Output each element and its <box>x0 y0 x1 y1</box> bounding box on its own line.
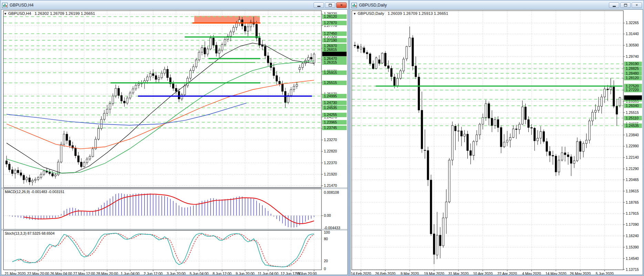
svg-text:MACD(12,26,9) -0.001483 -0.003: MACD(12,26,9) -0.001483 -0.003151 <box>5 190 64 194</box>
candles-layer <box>354 26 621 264</box>
svg-text:3 Jun 20:00: 3 Jun 20:00 <box>167 272 186 275</box>
svg-text:5 Jun 04:00: 5 Jun 04:00 <box>190 272 209 275</box>
svg-text:1.26470: 1.26470 <box>324 57 337 61</box>
svg-text:19 Mar 2020: 19 Mar 2020 <box>424 272 444 275</box>
dropdown-marker-icon[interactable]: ▼ <box>4 12 7 15</box>
svg-text:1.23270: 1.23270 <box>324 138 337 142</box>
svg-text:20: 20 <box>324 259 328 263</box>
chart-icon <box>2 3 8 8</box>
chart-window-h4: GBPUSD,H4 ✕ ▼GBPUSD,H41.26302 1.26709 1.… <box>0 0 349 276</box>
svg-text:1.25915: 1.25915 <box>324 71 337 75</box>
main-pane-frame <box>352 11 623 270</box>
svg-text:1.26651: 1.26651 <box>324 52 337 56</box>
svg-text:1.24730: 1.24730 <box>324 101 337 105</box>
svg-text:1.31440: 1.31440 <box>626 32 639 36</box>
price-axis[interactable]: 1.322651.314401.305901.297401.288901.280… <box>623 21 642 271</box>
close-button[interactable]: ✕ <box>632 2 642 8</box>
h4-chart-canvas[interactable]: 1.282201.277701.273201.268701.264201.259… <box>1 10 347 275</box>
svg-text:15 Jun 20:00: 15 Jun 20:00 <box>296 272 317 275</box>
time-axis[interactable]: 21 May 202022 May 20:0026 May 04:0027 Ma… <box>5 270 317 275</box>
chart-symbol: GBPUSD,H4 <box>8 11 31 15</box>
macd-pane[interactable]: MACD(12,26,9) -0.001483 -0.0031510.00810… <box>3 189 340 230</box>
svg-text:1.30590: 1.30590 <box>626 43 639 47</box>
svg-text:11 Jun 04:00: 11 Jun 04:00 <box>258 272 278 275</box>
svg-text:1.18765: 1.18765 <box>626 201 639 204</box>
svg-text:21 May 2020: 21 May 2020 <box>5 272 26 275</box>
svg-text:1.28825: 1.28825 <box>626 67 639 71</box>
ma-orange <box>7 80 314 149</box>
svg-text:100: 100 <box>324 231 330 234</box>
mt4-workspace: { "app": {"background": "#a9c0d6"}, "col… <box>0 0 644 276</box>
chart-ohlc: 1.26302 1.26709 1.26199 1.26651 <box>34 11 95 15</box>
svg-text:9 Jun 20:00: 9 Jun 20:00 <box>236 272 255 275</box>
ma-blue <box>7 103 246 125</box>
svg-text:31 Mar 2020: 31 Mar 2020 <box>448 272 468 275</box>
daily-chart-canvas[interactable]: 1.322651.314401.305901.297401.288901.280… <box>351 10 643 275</box>
green-level-lines[interactable] <box>352 64 623 126</box>
chart-info-line: ▼GBPUSD,H41.26302 1.26709 1.26199 1.2665… <box>4 11 95 15</box>
svg-text:1.26315: 1.26315 <box>324 61 337 64</box>
svg-text:2 Jun 12:00: 2 Jun 12:00 <box>144 272 162 275</box>
dropdown-marker-icon[interactable]: ▼ <box>353 12 356 15</box>
window-titlebar[interactable]: GBPUSD,Daily ✕ <box>350 1 643 9</box>
maximize-icon <box>329 4 332 7</box>
chart-info-line: ▼GBPUSD,Daily1.26039 1.26709 1.25913 1.2… <box>353 11 448 15</box>
svg-text:27 May 12:00: 27 May 12:00 <box>73 272 95 275</box>
time-axis[interactable]: 14 Feb 202026 Feb 20209 Mar 202019 Mar 2… <box>351 270 614 275</box>
svg-text:22 May 20:00: 22 May 20:00 <box>27 272 49 275</box>
svg-text:80: 80 <box>324 237 328 241</box>
svg-text:1.28120: 1.28120 <box>324 15 337 19</box>
svg-text:8 Jun 12:00: 8 Jun 12:00 <box>213 272 232 275</box>
svg-text:22 Apr 2020: 22 Apr 2020 <box>497 272 517 275</box>
svg-text:26 May 04:00: 26 May 04:00 <box>50 272 72 275</box>
svg-text:9 Mar 2020: 9 Mar 2020 <box>401 272 419 275</box>
svg-text:1.27520: 1.27520 <box>626 84 639 88</box>
chart-icon <box>351 3 357 8</box>
svg-text:1.17915: 1.17915 <box>626 212 639 215</box>
svg-text:1.14540: 1.14540 <box>626 257 639 261</box>
chart-ohlc: 1.26039 1.26709 1.25913 1.26651 <box>388 11 448 15</box>
svg-text:0.00: 0.00 <box>324 214 331 217</box>
candles-layer <box>6 17 315 185</box>
chart-window-daily: GBPUSD,Daily ✕ ▼GBPUSD,Daily1.26039 1.26… <box>349 0 644 276</box>
svg-text:1.22820: 1.22820 <box>324 149 337 153</box>
chart-client-area[interactable]: ▼GBPUSD,Daily1.26039 1.26709 1.25913 1.2… <box>350 9 643 275</box>
svg-text:1.26970: 1.26970 <box>324 44 337 48</box>
svg-text:1.26040: 1.26040 <box>626 104 639 108</box>
maximize-button[interactable] <box>620 2 631 8</box>
svg-text:1.27450: 1.27450 <box>324 32 337 35</box>
chart-client-area[interactable]: ▼GBPUSD,H41.26302 1.26709 1.26199 1.2665… <box>1 9 348 275</box>
svg-text:1 Jun 04:00: 1 Jun 04:00 <box>121 272 140 275</box>
svg-text:4 May 2020: 4 May 2020 <box>522 272 541 275</box>
stoch-pane[interactable]: Stoch(13,3,3) 87.5325 68.650410080200 <box>3 230 330 271</box>
window-titlebar[interactable]: GBPUSD,H4 ✕ <box>1 1 348 9</box>
svg-text:Stoch(13,3,3) 87.5325 68.6504: Stoch(13,3,3) 87.5325 68.6504 <box>5 232 55 235</box>
maximize-button[interactable] <box>325 2 335 8</box>
stoch-main-line <box>12 233 314 267</box>
window-title: GBPUSD,Daily <box>359 3 387 8</box>
close-button[interactable]: ✕ <box>336 2 347 8</box>
svg-text:0.008108: 0.008108 <box>324 191 339 194</box>
chart-symbol: GBPUSD,Daily <box>358 11 384 15</box>
minimize-button[interactable] <box>609 2 619 8</box>
svg-text:1.23965: 1.23965 <box>324 120 337 124</box>
price-axis[interactable]: 1.282201.277701.273201.268701.264201.259… <box>321 12 347 188</box>
main-pane-frame <box>3 11 321 188</box>
svg-text:1.27220: 1.27220 <box>626 88 639 92</box>
minimize-button[interactable] <box>314 2 324 8</box>
svg-text:1.25515: 1.25515 <box>626 111 639 115</box>
svg-text:1.28480: 1.28480 <box>626 72 639 75</box>
svg-text:26 Feb 2020: 26 Feb 2020 <box>375 272 395 275</box>
svg-text:1.25515: 1.25515 <box>324 81 337 85</box>
close-icon: ✕ <box>340 4 343 7</box>
svg-text:1.21920: 1.21920 <box>324 172 337 176</box>
svg-text:14 May 2020: 14 May 2020 <box>546 272 567 275</box>
svg-text:1.16240: 1.16240 <box>626 234 639 238</box>
svg-text:1.26651: 1.26651 <box>626 96 639 99</box>
svg-text:0: 0 <box>324 267 326 271</box>
svg-text:26 May 2020: 26 May 2020 <box>570 272 591 275</box>
minimize-icon <box>613 6 616 7</box>
svg-text:1.22140: 1.22140 <box>626 156 639 159</box>
svg-text:1.17090: 1.17090 <box>626 223 639 226</box>
close-icon: ✕ <box>635 4 638 7</box>
